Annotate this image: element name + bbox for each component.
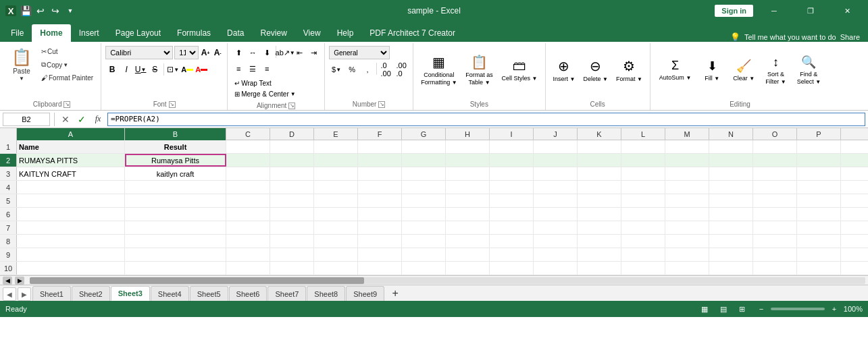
name-box[interactable]	[3, 113, 50, 126]
decrease-decimal-button[interactable]: .0.00	[378, 63, 393, 76]
horizontal-scroll-thumb[interactable]	[30, 277, 364, 284]
cut-button[interactable]: ✂ Cut	[38, 46, 97, 57]
col-header-K[interactable]: K	[578, 128, 621, 140]
wrap-text-button[interactable]: ↵ Wrap Text	[232, 78, 299, 88]
row-num-7[interactable]: 7	[0, 221, 17, 234]
cell-H3[interactable]	[446, 167, 490, 180]
close-button[interactable]: ✕	[832, 0, 863, 22]
col-header-I[interactable]: I	[490, 128, 534, 140]
tab-scroll-right[interactable]: ▶	[18, 287, 31, 301]
merge-center-button[interactable]: ⊞ Merge & Center ▼	[232, 89, 299, 99]
row-num-6[interactable]: 6	[0, 208, 17, 221]
copy-button[interactable]: ⧉ Copy ▼	[38, 59, 97, 71]
cell-J1[interactable]	[534, 140, 578, 153]
bottom-align-button[interactable]: ⬇	[260, 46, 274, 59]
tab-home[interactable]: Home	[32, 24, 70, 42]
cell-B3[interactable]: kaitlyn craft	[125, 167, 226, 180]
cell-P2[interactable]	[797, 154, 841, 167]
cell-H1[interactable]	[446, 140, 490, 153]
cell-K3[interactable]	[578, 167, 621, 180]
tell-me-label[interactable]: Tell me what you want to do	[744, 33, 836, 41]
tab-sheet1[interactable]: Sheet1	[32, 286, 71, 301]
tab-sheet4[interactable]: Sheet4	[151, 286, 189, 301]
row-num-10[interactable]: 10	[0, 262, 17, 275]
cell-G3[interactable]	[402, 167, 446, 180]
strikethrough-button[interactable]: S	[148, 63, 161, 76]
cell-D2[interactable]	[270, 154, 314, 167]
col-header-C[interactable]: C	[226, 128, 270, 140]
increase-decimal-button[interactable]: .00.0	[394, 63, 409, 76]
delete-button[interactable]: ⊖ Delete ▼	[580, 46, 611, 94]
cell-K2[interactable]	[578, 154, 621, 167]
cell-O3[interactable]	[753, 167, 797, 180]
cell-M1[interactable]	[665, 140, 709, 153]
cell-L2[interactable]	[621, 154, 665, 167]
font-color-button[interactable]: A	[195, 63, 208, 76]
cell-E3[interactable]	[314, 167, 358, 180]
tab-help[interactable]: Help	[329, 24, 362, 42]
cell-D1[interactable]	[270, 140, 314, 153]
tab-review[interactable]: Review	[252, 24, 295, 42]
italic-button[interactable]: I	[120, 63, 133, 76]
tab-scroll-left[interactable]: ◀	[3, 287, 16, 301]
cell-N2[interactable]	[709, 154, 753, 167]
col-header-N[interactable]: N	[709, 128, 753, 140]
paste-button[interactable]: 📋 Paste ▼	[7, 46, 36, 84]
redo-icon[interactable]: ↪	[50, 5, 61, 16]
formula-input[interactable]	[107, 113, 865, 126]
cell-E2[interactable]	[314, 154, 358, 167]
cell-C2[interactable]	[226, 154, 270, 167]
indent-increase-button[interactable]: ⇥	[307, 46, 320, 59]
cell-H2[interactable]	[446, 154, 490, 167]
border-button[interactable]: ⊡▼	[166, 63, 180, 76]
cell-O2[interactable]	[753, 154, 797, 167]
alignment-expand-icon[interactable]: ↘	[288, 103, 295, 109]
confirm-formula-button[interactable]: ✓	[75, 113, 88, 126]
cell-J3[interactable]	[534, 167, 578, 180]
tab-sheet6[interactable]: Sheet6	[229, 286, 267, 301]
number-format-select[interactable]: General	[329, 46, 390, 59]
orientation-button[interactable]: ab↗▼	[278, 46, 292, 59]
col-header-F[interactable]: F	[358, 128, 402, 140]
col-header-B[interactable]: B	[125, 128, 226, 140]
cell-G2[interactable]	[402, 154, 446, 167]
cell-B2[interactable]: Rumaysa Pitts	[125, 154, 226, 167]
cell-I3[interactable]	[490, 167, 534, 180]
find-select-button[interactable]: 🔍 Find &Select ▼	[792, 46, 825, 94]
cell-L3[interactable]	[621, 167, 665, 180]
col-header-D[interactable]: D	[270, 128, 314, 140]
cell-L1[interactable]	[621, 140, 665, 153]
cell-M2[interactable]	[665, 154, 709, 167]
cell-D3[interactable]	[270, 167, 314, 180]
tab-page-layout[interactable]: Page Layout	[107, 24, 169, 42]
cell-K1[interactable]	[578, 140, 621, 153]
cancel-formula-button[interactable]: ✕	[59, 113, 72, 126]
horizontal-scroll-track[interactable]	[30, 277, 865, 284]
autosum-button[interactable]: Σ AutoSum ▼	[655, 46, 696, 94]
share-label[interactable]: Share	[840, 33, 860, 41]
insert-button[interactable]: ⊕ Insert ▼	[550, 46, 579, 94]
fill-button[interactable]: ⬇ Fill ▼	[697, 46, 727, 94]
cell-M3[interactable]	[665, 167, 709, 180]
sign-in-button[interactable]: Sign in	[715, 5, 753, 17]
cell-A1[interactable]: Name	[17, 140, 125, 153]
align-left-button[interactable]: ≡	[232, 62, 245, 76]
zoom-in-button[interactable]: +	[827, 302, 841, 316]
normal-view-button[interactable]: ▦	[698, 302, 711, 316]
cell-I1[interactable]	[490, 140, 534, 153]
col-header-O[interactable]: O	[753, 128, 797, 140]
underline-button[interactable]: U ▼	[134, 63, 147, 76]
sort-filter-button[interactable]: ↕ Sort &Filter ▼	[761, 46, 790, 94]
undo-icon[interactable]: ↩	[35, 5, 46, 16]
scroll-right-button[interactable]: ▶	[15, 277, 24, 285]
font-name-select[interactable]: Calibri	[105, 46, 173, 59]
number-expand-icon[interactable]: ↘	[378, 101, 385, 108]
row-num-3[interactable]: 3	[0, 167, 17, 180]
tab-sheet9[interactable]: Sheet9	[346, 286, 384, 301]
cell-F3[interactable]	[358, 167, 402, 180]
page-break-view-button[interactable]: ⊞	[736, 302, 749, 316]
restore-button[interactable]: ❐	[795, 0, 826, 22]
col-header-M[interactable]: M	[665, 128, 709, 140]
font-size-select[interactable]: 11	[174, 46, 199, 59]
cell-styles-button[interactable]: 🗃 Cell Styles ▼	[499, 46, 541, 94]
